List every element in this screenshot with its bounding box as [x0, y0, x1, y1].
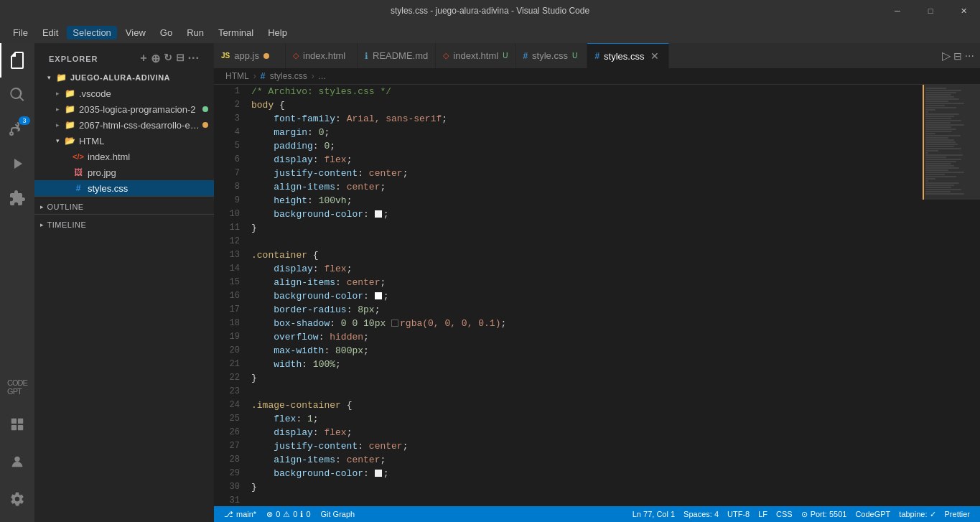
code-token: align-items — [251, 276, 335, 289]
code-line[interactable]: align-items: center; — [251, 180, 923, 194]
code-line[interactable]: overflow: hidden; — [251, 330, 923, 344]
menu-file[interactable]: File — [7, 26, 34, 39]
code-line[interactable]: height: 100vh; — [251, 194, 923, 208]
tree-item-2067[interactable]: ▸ 📁 2067-html-css-desarrollo-estruct... — [34, 117, 214, 133]
tree-item-index-html[interactable]: ▸ </> index.html — [34, 149, 214, 164]
code-line[interactable]: border-radius: 8px; — [251, 303, 923, 317]
close-button[interactable]: ✕ — [947, 0, 980, 22]
code-line[interactable]: body { — [251, 98, 923, 112]
code-line[interactable]: background-color: ; — [251, 467, 923, 480]
activity-search[interactable] — [0, 78, 34, 112]
tab-stylescss[interactable]: # styles.css ✕ — [587, 43, 669, 68]
code-line[interactable]: padding: 0; — [251, 139, 923, 153]
tree-item-pro-jpg[interactable]: ▸ 🖼 pro.jpg — [34, 164, 214, 180]
more-icon[interactable]: ··· — [188, 52, 200, 65]
menu-terminal[interactable]: Terminal — [213, 26, 259, 39]
tab-indexthtml[interactable]: ◇ indext.html U — [436, 43, 515, 68]
activity-extensions[interactable] — [0, 181, 34, 215]
status-spaces[interactable]: Spaces: 4 — [679, 506, 723, 522]
tab-readme[interactable]: ℹ README.md — [358, 43, 436, 68]
code-line[interactable]: display: flex; — [251, 262, 923, 276]
tab-indexhtml[interactable]: ◇ index.html — [286, 43, 358, 68]
code-line[interactable] — [251, 494, 923, 506]
code-line[interactable]: } — [251, 221, 923, 235]
code-line[interactable]: display: flex; — [251, 426, 923, 439]
code-line[interactable]: max-width: 800px; — [251, 344, 923, 358]
outline-header[interactable]: ▸ OUTLINE — [34, 201, 214, 213]
activity-codegpt[interactable]: CODEGPT — [0, 370, 34, 404]
tree-item-2035[interactable]: ▸ 📁 2035-logica-programacion-2 — [34, 101, 214, 117]
status-port[interactable]: ⊙ Port: 5501 — [797, 506, 851, 522]
restore-button[interactable]: □ — [914, 0, 947, 22]
folder-icon-html: 📂 — [63, 134, 76, 147]
status-errors[interactable]: ⊗ 0 ⚠ 0 ℹ 0 — [262, 506, 314, 522]
code-line[interactable]: .image-container { — [251, 399, 923, 412]
code-token: margin — [251, 126, 307, 139]
activity-source-control[interactable]: 3 — [0, 112, 34, 146]
status-codegpt[interactable]: CodeGPT — [851, 506, 895, 522]
status-tabpine[interactable]: tabpine: ✓ — [895, 506, 940, 522]
status-eol[interactable]: LF — [754, 506, 772, 522]
run-preview-icon[interactable]: ▷ — [942, 49, 951, 62]
tree-item-styles-css[interactable]: ▸ # styles.css — [34, 180, 214, 196]
minimize-button[interactable]: ─ — [881, 0, 914, 22]
code-token: background-color — [251, 289, 363, 303]
split-editor-icon[interactable]: ⊟ — [953, 50, 962, 62]
new-folder-icon[interactable]: ⊕ — [151, 52, 161, 65]
collapse-icon[interactable]: ⊟ — [176, 52, 185, 65]
refresh-icon[interactable]: ↻ — [164, 52, 173, 65]
menu-edit[interactable]: Edit — [37, 26, 64, 39]
breadcrumb-more[interactable]: ... — [319, 71, 326, 81]
code-line[interactable]: /* Archivo: styles.css */ — [251, 85, 923, 98]
status-branch[interactable]: ⎇ main* — [220, 506, 261, 522]
activity-explorer[interactable] — [0, 43, 34, 78]
code-line[interactable]: .container { — [251, 248, 923, 262]
tab-appjs[interactable]: JS app.js — [214, 43, 286, 68]
more-tabs-icon[interactable]: ··· — [965, 50, 974, 62]
code-line[interactable]: font-family: Arial, sans-serif; — [251, 112, 923, 126]
status-git-graph[interactable]: Git Graph — [317, 506, 360, 522]
code-line[interactable]: align-items: center; — [251, 453, 923, 467]
menu-selection[interactable]: Selection — [67, 26, 116, 39]
tab-close-stylescss[interactable]: ✕ — [648, 50, 661, 62]
breadcrumb-html[interactable]: HTML — [225, 71, 249, 81]
breadcrumb-file[interactable]: # styles.css — [261, 71, 307, 81]
code-line[interactable]: justify-content: center; — [251, 439, 923, 453]
menu-run[interactable]: Run — [181, 26, 210, 39]
timeline-header[interactable]: ▸ TIMELINE — [34, 219, 214, 230]
activity-remote[interactable] — [0, 407, 34, 442]
code-line[interactable]: } — [251, 480, 923, 494]
code-line[interactable]: flex: 1; — [251, 412, 923, 426]
menu-view[interactable]: View — [120, 26, 151, 39]
menu-go[interactable]: Go — [154, 26, 178, 39]
code-line[interactable]: margin: 0; — [251, 126, 923, 139]
code-token: : — [324, 344, 335, 358]
code-line[interactable]: justify-content: center; — [251, 167, 923, 180]
status-prettier[interactable]: Prettier — [941, 506, 974, 522]
code-token: box-shadow — [251, 317, 330, 330]
activity-settings[interactable] — [0, 482, 34, 516]
status-encoding[interactable]: UTF-8 — [723, 506, 754, 522]
code-line[interactable]: width: 100%; — [251, 358, 923, 371]
code-line[interactable] — [251, 385, 923, 399]
new-file-icon[interactable]: + — [140, 52, 147, 65]
code-editor[interactable]: 1234567891011121314151617181920212223242… — [214, 85, 980, 506]
tree-item-root[interactable]: ▾ 📁 JUEGO-ALURA-ADIVINA — [34, 70, 214, 85]
code-line[interactable]: background-color: ; — [251, 208, 923, 221]
status-language[interactable]: CSS — [772, 506, 797, 522]
tree-item-html-folder[interactable]: ▾ 📂 HTML — [34, 133, 214, 149]
code-line[interactable]: display: flex; — [251, 153, 923, 167]
code-content[interactable]: /* Archivo: styles.css */body { font-fam… — [248, 85, 923, 506]
code-line[interactable]: align-items: center; — [251, 276, 923, 289]
tab-stylecss[interactable]: # style.css U — [515, 43, 587, 68]
status-position[interactable]: Ln 77, Col 1 — [628, 506, 679, 522]
menu-help[interactable]: Help — [262, 26, 293, 39]
code-line[interactable]: background-color: ; — [251, 289, 923, 303]
activity-run[interactable] — [0, 146, 34, 181]
code-line[interactable]: } — [251, 371, 923, 385]
activity-account[interactable] — [0, 444, 34, 479]
svg-rect-1 — [18, 419, 23, 424]
tree-item-vscode[interactable]: ▸ 📁 .vscode — [34, 85, 214, 101]
code-line[interactable] — [251, 235, 923, 248]
code-line[interactable]: box-shadow: 0 0 10px rgba(0, 0, 0, 0.1); — [251, 317, 923, 330]
